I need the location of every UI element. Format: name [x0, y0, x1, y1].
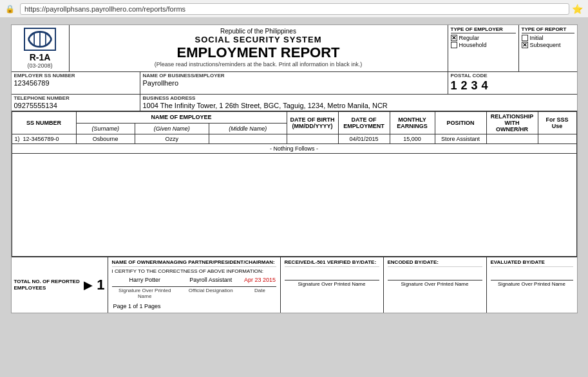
ss-number-label: EMPLOYER SS NUMBER — [14, 73, 137, 78]
report-type-section: TYPE OF REPORT Initial ✕ Subsequent — [519, 25, 577, 71]
col-relationship: RELATIONSHIP WITH OWNER/HR — [486, 112, 538, 134]
header-note: (Please read instructions/reminders at t… — [70, 61, 448, 68]
official-designation: Official Designation — [178, 288, 244, 293]
row-number: 1) — [15, 136, 20, 142]
verified-sig: Signature Over Printed Name — [285, 280, 379, 287]
verified-label: RECEIVED/L-501 VERIFIED BY/DATE: — [285, 259, 379, 267]
household-checkbox — [451, 42, 457, 48]
date-line: Apr 23 2015 — [244, 277, 276, 287]
telephone-value: 09275555134 — [14, 101, 137, 110]
initial-label: Initial — [530, 35, 544, 41]
ss-number-value: 123456789 — [14, 78, 137, 87]
main-title: EMPLOYMENT REPORT — [70, 44, 448, 61]
telephone-label: TELEPHONE NUMBER — [14, 95, 137, 101]
business-address-label: BUSINESS ADDRESS — [143, 95, 574, 101]
col-ss-number: SS NUMBER — [12, 112, 76, 134]
business-name-label: NAME OF BUSINESS/EMPLOYER — [143, 73, 445, 78]
row-relationship — [486, 134, 538, 144]
row-earnings: 15,000 — [390, 134, 435, 144]
republic-text: Republic of the Philippines — [70, 28, 448, 35]
row-position: Store Assistant — [435, 134, 486, 144]
employer-info-row1: EMPLOYER SS NUMBER 123456789 NAME OF BUS… — [12, 72, 577, 95]
report-type-label: TYPE OF REPORT — [522, 26, 574, 33]
employer-type-label: TYPE OF EMPLOYER — [451, 26, 516, 33]
table-row: 1) 12-3456789-0 Osbourne Ozzy 04/01/2015… — [12, 134, 576, 144]
row-middle-name — [209, 134, 287, 144]
footer-total: TOTAL NO. OF REPORTED EMPLOYEES ▶ 1 — [12, 257, 108, 313]
owner-name: Harry Potter — [129, 277, 160, 283]
business-address-cell: BUSINESS ADDRESS 1004 The Infinity Tower… — [140, 95, 577, 111]
designation-value: Payroll Assistant — [189, 277, 232, 283]
col-dob: DATE OF BIRTH (MM/DD/YYYY) — [287, 112, 338, 134]
footer-main: NAME OF OWNER/MANAGING PARTNER/PRESIDENT… — [108, 257, 281, 313]
date-col: Apr 23 2015 Date — [244, 277, 276, 299]
ss-number-cell: EMPLOYER SS NUMBER 123456789 — [12, 72, 140, 94]
subsequent-checkbox: ✕ — [522, 42, 528, 48]
col-earnings: MONTHLY EARNINGS — [390, 112, 435, 134]
employee-table: SS NUMBER NAME OF EMPLOYEE DATE OF BIRTH… — [12, 111, 577, 257]
col-name: NAME OF EMPLOYEE — [76, 112, 287, 124]
telephone-cell: TELEPHONE NUMBER 09275555134 — [12, 95, 140, 111]
postal-code-value: 1234 — [451, 78, 574, 93]
footer-evaluated: EVALUATED BY/DATE Signature Over Printed… — [487, 257, 577, 313]
row-num: 1) 12-3456789-0 — [12, 134, 76, 144]
household-row: Household — [451, 42, 516, 48]
owner-sig-line: Harry Potter — [112, 277, 178, 287]
form-container: R-1A (03-2008) Republic of the Philippin… — [11, 24, 578, 313]
business-address-value: 1004 The Infinity Tower, 1 26th Street, … — [143, 101, 574, 110]
row-given-name: Ozzy — [135, 134, 209, 144]
logo-section: R-1A (03-2008) — [12, 25, 70, 71]
footer-section: TOTAL NO. OF REPORTED EMPLOYEES ▶ 1 NAME… — [12, 257, 577, 313]
nothing-follows: - Nothing Follows - — [12, 144, 576, 154]
search-icon[interactable]: ⭐ — [572, 4, 583, 14]
col-surname: (Surname) — [76, 123, 135, 134]
col-sss-use: For SSS Use — [538, 112, 576, 134]
form-header: R-1A (03-2008) Republic of the Philippin… — [12, 25, 577, 72]
initial-row: Initial — [522, 35, 574, 41]
postal-code-label: POSTAL CODE — [451, 73, 574, 78]
title-section: Republic of the Philippines SOCIAL SECUR… — [70, 25, 448, 71]
designation-line: Payroll Assistant — [178, 277, 244, 287]
form-code: R-1A — [30, 52, 51, 62]
col-middle-name: (Middle Name) — [209, 123, 287, 134]
empty-row — [12, 154, 576, 257]
business-name-cell: NAME OF BUSINESS/EMPLOYER Payrollhero — [140, 72, 448, 94]
evaluated-sig: Signature Over Printed Name — [491, 280, 573, 287]
sig-over-printed: Signature Over Printed Name — [112, 288, 178, 299]
encoded-sig: Signature Over Printed Name — [388, 280, 482, 287]
date-label: Date — [244, 288, 276, 293]
employer-type-section: TYPE OF EMPLOYER ✕ Regular Household — [448, 25, 519, 71]
row-dob — [287, 134, 338, 144]
designation-col: Payroll Assistant Official Designation — [178, 277, 244, 299]
date-signed: Apr 23 2015 — [244, 277, 276, 283]
sss-text: SOCIAL SECURITY SYSTEM — [70, 35, 448, 44]
col-position: POSITION — [435, 112, 486, 134]
footer-sig-row: Harry Potter Signature Over Printed Name… — [112, 277, 276, 299]
col-given-name: (Given Name) — [135, 123, 209, 134]
regular-label: Regular — [459, 35, 480, 41]
col-doe: DATE OF EMPLOYMENT — [338, 112, 390, 134]
subsequent-row: ✕ Subsequent — [522, 42, 574, 48]
nothing-follows-row: - Nothing Follows - — [12, 144, 576, 154]
footer-encoded: ENCODED BY/DATE: Signature Over Printed … — [384, 257, 487, 313]
row-surname: Osbourne — [76, 134, 135, 144]
sss-logo — [24, 28, 56, 51]
owner-sig-col: Harry Potter Signature Over Printed Name — [112, 277, 178, 299]
row-doe: 04/01/2015 — [338, 134, 390, 144]
arrow-icon: ▶ — [84, 278, 93, 292]
owner-label: NAME OF OWNER/MANAGING PARTNER/PRESIDENT… — [112, 259, 276, 267]
employer-info-row2: TELEPHONE NUMBER 09275555134 BUSINESS AD… — [12, 95, 577, 111]
encoded-label: ENCODED BY/DATE: — [388, 259, 482, 267]
lock-icon: 🔒 — [5, 5, 15, 14]
form-date: (03-2008) — [27, 62, 52, 69]
regular-checkbox: ✕ — [451, 35, 457, 41]
initial-checkbox — [522, 35, 528, 41]
postal-code-cell: POSTAL CODE 1234 — [448, 72, 577, 94]
business-name-value: Payrollhero — [143, 78, 445, 87]
regular-row: ✕ Regular — [451, 35, 516, 41]
url-bar[interactable]: https://payrollphsans.payrollhero.com/re… — [20, 3, 569, 15]
certify-text: I CERTIFY TO THE CORRECTNESS OF ABOVE IN… — [112, 268, 276, 274]
row-sss-use — [538, 134, 576, 144]
row-ss-number: 12-3456789-0 — [23, 136, 59, 142]
evaluated-label: EVALUATED BY/DATE — [491, 259, 573, 267]
